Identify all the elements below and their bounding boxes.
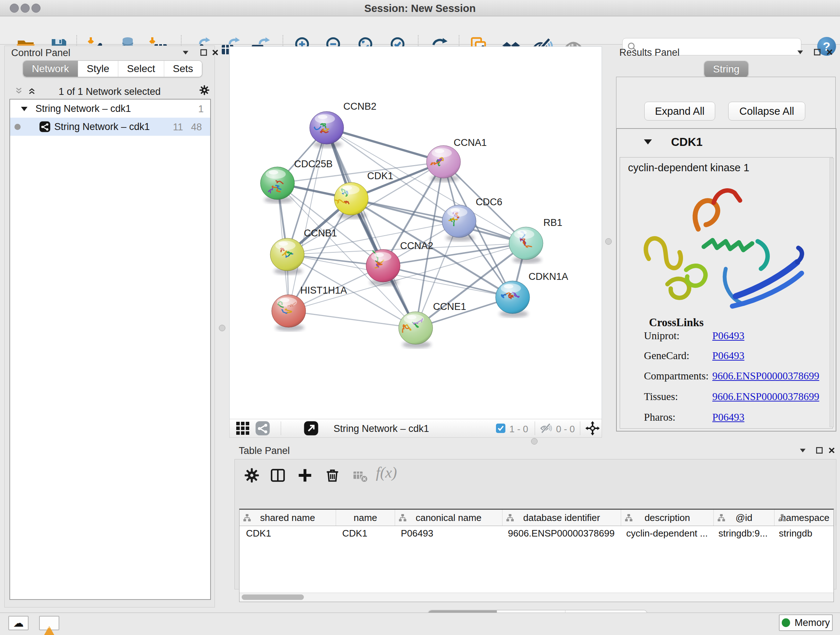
table-cell[interactable]: CDK1 (240, 526, 336, 540)
close-panel-icon[interactable] (826, 445, 837, 456)
section-collapse-icon[interactable] (643, 138, 653, 146)
collection-expand-icon[interactable] (20, 106, 28, 112)
right-splitter-handle[interactable] (605, 238, 612, 245)
cloud-status-button[interactable]: ☁ (8, 616, 28, 630)
shared-column-icon (506, 514, 514, 522)
detach-view-icon[interactable] (303, 421, 319, 436)
network-node-CDKN1A[interactable] (496, 281, 530, 318)
horizontal-scrollbar[interactable] (240, 593, 834, 602)
scrollbar-thumb[interactable] (242, 594, 304, 600)
left-splitter-handle[interactable] (219, 325, 225, 331)
network-node-CCNB2[interactable] (309, 111, 344, 148)
float-panel-icon[interactable] (198, 48, 209, 58)
network-options-gear-icon[interactable] (199, 85, 210, 96)
delete-table-icon[interactable] (352, 468, 368, 484)
column-header-shared-name[interactable]: shared name (240, 510, 336, 526)
network-row-selected[interactable]: String Network – cdk1 11 48 (10, 118, 210, 136)
network-view-icon[interactable] (255, 421, 270, 436)
crosslink-label: GeneCard: (644, 350, 690, 362)
table-cell[interactable]: stringdb:9... (712, 526, 772, 540)
memory-button[interactable]: Memory (779, 614, 833, 631)
tab-style[interactable]: Style (78, 61, 118, 77)
crosslink-label: Uniprot: (644, 330, 679, 342)
network-node-CDC6[interactable] (442, 205, 476, 241)
create-column-plus-icon[interactable] (297, 467, 313, 483)
table-panel: Table Panel f(x) shared namenamecanonica… (234, 443, 836, 613)
table-panel-body: f(x) shared namenamecanonical namedataba… (234, 459, 836, 589)
grid-view-icon[interactable] (235, 421, 250, 436)
results-scrollbar[interactable] (829, 158, 834, 427)
collapse-all-button[interactable]: Collapse All (728, 102, 805, 120)
network-graph[interactable]: CCNB2CCNA1CDC25BCDK1CDC6RB1CCNB1CCNA2CDK… (230, 47, 602, 419)
network-node-CCNB1[interactable] (270, 238, 304, 275)
float-panel-icon[interactable] (814, 445, 825, 456)
table-options-gear-icon[interactable] (244, 467, 260, 483)
selected-checkbox-icon[interactable] (496, 423, 506, 433)
shared-column-icon (625, 514, 633, 522)
network-edge[interactable] (289, 311, 416, 328)
crosslinks-title: CrossLinks (649, 316, 704, 329)
crosslink-link[interactable]: P06493 (712, 411, 745, 423)
tab-sets[interactable]: Sets (164, 61, 202, 77)
network-icon (39, 121, 51, 133)
warnings-button[interactable]: ! (39, 616, 59, 630)
network-status-dot (14, 124, 21, 130)
crosslink-row: Pharos:P06493 (620, 411, 832, 431)
crosslink-link[interactable]: P06493 (712, 350, 745, 362)
column-header-database-identifier[interactable]: database identifier (502, 510, 621, 526)
tab-string[interactable]: String (704, 61, 748, 77)
table-cell[interactable]: P06493 (394, 526, 501, 540)
toolbar-separator (281, 421, 281, 435)
column-header-name[interactable]: name (336, 510, 395, 526)
network-list-status-row: 1 of 1 Network selected (5, 84, 215, 100)
column-header-canonical-name[interactable]: canonical name (395, 510, 502, 526)
column-header-label: @id (736, 512, 752, 524)
network-node-CDK1[interactable] (334, 182, 368, 219)
tab-select[interactable]: Select (118, 61, 164, 77)
show-columns-icon[interactable] (270, 467, 286, 483)
network-node-RB1[interactable] (509, 227, 543, 264)
column-header-namespace[interactable]: namespace (775, 510, 836, 526)
network-edge-count: 48 (191, 122, 202, 133)
float-panel-icon[interactable] (812, 47, 823, 58)
network-edge[interactable] (327, 128, 416, 328)
network-node-HIST1H1A[interactable] (272, 295, 306, 331)
node-label-CCNB1: CCNB1 (304, 228, 337, 239)
float-menu-icon[interactable] (797, 445, 808, 456)
crosslink-row: Tissues:9606.ENSP00000378699 (620, 391, 832, 410)
crosslink-link[interactable]: 9606.ENSP00000378699 (712, 391, 819, 402)
close-panel-icon[interactable] (210, 48, 221, 58)
crosslink-link[interactable]: 9606.ENSP00000378699 (712, 370, 819, 382)
crosslink-row: Uniprot:P06493 (620, 330, 832, 350)
network-edge[interactable] (289, 128, 327, 311)
birds-eye-navigator-icon[interactable] (585, 421, 600, 436)
table-cell[interactable]: 9606.ENSP00000378699 (501, 526, 620, 540)
protein-section-header[interactable]: CDK1 (617, 129, 836, 157)
network-edge[interactable] (327, 128, 444, 162)
table-cell[interactable]: CDK1 (336, 526, 394, 540)
delete-column-trash-icon[interactable] (325, 467, 340, 483)
network-node-CDC25B[interactable] (261, 167, 294, 203)
crosslink-row: GeneCard:P06493 (620, 350, 832, 370)
expand-all-button[interactable]: Expand All (644, 102, 715, 120)
network-node-CCNA2[interactable] (366, 249, 400, 286)
results-panel-title: Results Panel (619, 47, 680, 58)
table-row[interactable]: CDK1CDK1P064939606.ENSP00000378699cyclin… (240, 526, 834, 540)
float-menu-icon[interactable] (795, 47, 806, 58)
float-menu-icon[interactable] (180, 48, 191, 58)
network-canvas[interactable]: CCNB2CCNA1CDC25BCDK1CDC6RB1CCNB1CCNA2CDK… (229, 46, 602, 419)
network-node-CCNA1[interactable] (426, 146, 461, 182)
column-header-@id[interactable]: @id (714, 510, 775, 526)
column-header-description[interactable]: description (621, 510, 714, 526)
table-cell[interactable]: cyclin-dependent ... (620, 526, 712, 540)
table-cell[interactable]: stringdb (772, 526, 834, 540)
tab-network[interactable]: Network (23, 61, 78, 77)
network-list: String Network – cdk1 1 String Network –… (9, 99, 211, 600)
network-node-CCNE1[interactable] (399, 312, 433, 348)
protein-result-box: CDK1 cyclin-dependent kinase 1 (616, 128, 836, 432)
close-panel-icon[interactable] (824, 47, 835, 58)
status-bar: ☁ ! Memory (0, 613, 840, 635)
network-collection-row[interactable]: String Network – cdk1 1 (10, 100, 210, 118)
crosslink-link[interactable]: P06493 (712, 330, 745, 342)
hidden-eye-icon[interactable] (540, 422, 553, 434)
